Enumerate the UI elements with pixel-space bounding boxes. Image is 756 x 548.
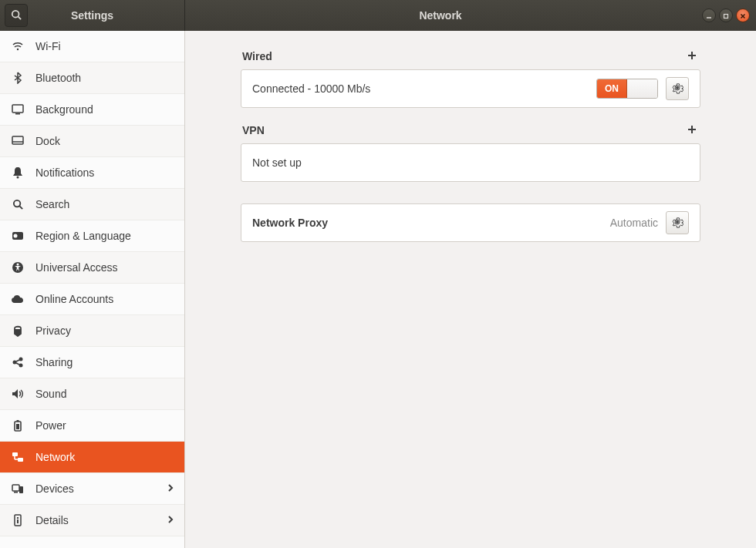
lock-icon xyxy=(11,324,25,337)
sidebar-item-label: Wi-Fi xyxy=(35,40,174,52)
sidebar-item-online-accounts[interactable]: Online Accounts xyxy=(0,284,184,315)
svg-rect-7 xyxy=(12,105,23,113)
svg-point-38 xyxy=(676,86,679,89)
dock-icon xyxy=(11,136,25,146)
maximize-button[interactable] xyxy=(719,8,733,22)
share-icon xyxy=(11,356,25,368)
sidebar-item-region[interactable]: Region & Language xyxy=(0,220,184,252)
wired-section-header: Wired xyxy=(241,49,700,63)
sidebar-item-notifications[interactable]: Notifications xyxy=(0,157,184,189)
search-button[interactable] xyxy=(5,4,28,27)
svg-point-0 xyxy=(12,10,19,17)
globe-icon xyxy=(11,230,25,241)
proxy-value: Automatic xyxy=(610,217,658,229)
titlebar-left: Settings xyxy=(0,0,185,31)
sidebar-item-sound[interactable]: Sound xyxy=(0,378,184,410)
sidebar-item-bluetooth[interactable]: Bluetooth xyxy=(0,62,184,94)
cloud-icon xyxy=(11,294,25,304)
sidebar-item-network[interactable]: Network xyxy=(0,442,184,473)
minimize-icon xyxy=(706,9,712,22)
settings-window: Settings Network Wi-Fi xyxy=(0,0,756,548)
svg-rect-9 xyxy=(12,136,23,144)
svg-rect-35 xyxy=(17,519,19,523)
sidebar-item-label: Privacy xyxy=(35,324,174,337)
svg-rect-34 xyxy=(17,517,19,519)
svg-point-17 xyxy=(17,264,19,266)
bell-icon xyxy=(11,166,25,179)
sidebar-item-universal-access[interactable]: Universal Access xyxy=(0,252,184,284)
svg-point-6 xyxy=(17,49,19,50)
sidebar-item-sharing[interactable]: Sharing xyxy=(0,347,184,378)
sidebar: Wi-Fi Bluetooth Background Dock Notifica… xyxy=(0,31,185,548)
search-icon xyxy=(11,199,25,210)
sidebar-item-label: Background xyxy=(35,103,174,116)
sidebar-item-label: Network xyxy=(35,451,174,463)
add-wired-button[interactable] xyxy=(685,49,699,63)
wired-switch[interactable]: ON xyxy=(596,79,658,99)
chevron-right-icon xyxy=(167,514,174,526)
wired-card: Connected - 10000 Mb/s ON xyxy=(241,69,700,108)
content-area: Wired Connected - 10000 Mb/s ON xyxy=(185,31,756,548)
vpn-heading: VPN xyxy=(242,124,265,136)
accessibility-icon xyxy=(11,261,25,274)
titlebar-right: Network xyxy=(185,0,756,31)
vpn-status: Not set up xyxy=(252,156,689,169)
svg-line-1 xyxy=(19,16,22,19)
svg-rect-25 xyxy=(17,420,19,422)
sidebar-item-privacy[interactable]: Privacy xyxy=(0,315,184,347)
maximize-icon xyxy=(723,9,729,22)
sidebar-item-background[interactable]: Background xyxy=(0,94,184,126)
wired-switch-on-label: ON xyxy=(597,79,627,98)
sidebar-item-label: Search xyxy=(35,198,174,210)
sidebar-item-details[interactable]: Details xyxy=(0,505,184,536)
spacer xyxy=(241,182,700,203)
app-title: Settings xyxy=(32,9,184,22)
sidebar-item-label: Dock xyxy=(35,135,174,147)
sidebar-item-search[interactable]: Search xyxy=(0,189,184,220)
devices-icon xyxy=(11,483,25,494)
proxy-settings-button[interactable] xyxy=(666,211,689,234)
svg-rect-32 xyxy=(19,486,23,493)
gear-icon xyxy=(671,216,683,230)
svg-rect-3 xyxy=(724,15,728,18)
svg-point-15 xyxy=(14,234,18,238)
plus-icon xyxy=(687,124,697,137)
proxy-label: Network Proxy xyxy=(252,217,610,229)
sidebar-item-dock[interactable]: Dock xyxy=(0,126,184,157)
bluetooth-icon xyxy=(11,72,25,84)
svg-line-13 xyxy=(19,206,22,209)
close-icon xyxy=(740,9,746,22)
proxy-card[interactable]: Network Proxy Automatic xyxy=(241,203,700,242)
wired-settings-button[interactable] xyxy=(666,77,689,100)
info-icon xyxy=(11,514,25,526)
wired-row: Connected - 10000 Mb/s ON xyxy=(241,70,700,107)
sidebar-item-devices[interactable]: Devices xyxy=(0,473,184,505)
sidebar-item-label: Sharing xyxy=(35,356,174,368)
plus-icon xyxy=(687,50,697,63)
sidebar-item-power[interactable]: Power xyxy=(0,410,184,442)
gear-icon xyxy=(671,82,683,96)
vpn-row: Not set up xyxy=(241,144,700,181)
sidebar-item-label: Sound xyxy=(35,388,174,400)
search-icon xyxy=(11,9,22,22)
svg-rect-31 xyxy=(14,492,18,493)
sidebar-item-label: Details xyxy=(35,514,157,526)
svg-rect-30 xyxy=(12,485,19,491)
sidebar-item-label: Bluetooth xyxy=(35,72,174,84)
display-icon xyxy=(11,104,25,115)
svg-line-21 xyxy=(16,360,19,361)
svg-rect-24 xyxy=(16,424,19,429)
power-icon xyxy=(11,419,25,432)
proxy-row: Network Proxy Automatic xyxy=(241,204,700,241)
sidebar-item-label: Universal Access xyxy=(35,261,174,274)
minimize-button[interactable] xyxy=(702,8,716,22)
sidebar-item-label: Region & Language xyxy=(35,230,174,242)
titlebar: Settings Network xyxy=(0,0,756,31)
add-vpn-button[interactable] xyxy=(685,123,699,137)
sidebar-item-label: Online Accounts xyxy=(35,293,174,305)
page-title: Network xyxy=(185,9,696,22)
sidebar-item-wifi[interactable]: Wi-Fi xyxy=(0,31,184,62)
close-button[interactable] xyxy=(736,8,750,22)
sidebar-item-label: Notifications xyxy=(35,166,174,179)
svg-point-12 xyxy=(13,200,19,206)
